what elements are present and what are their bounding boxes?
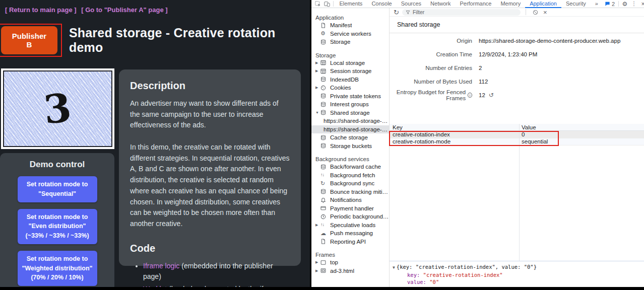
entry-preview-pane: ▼{key: "creative-rotation-index", value:… — [390, 261, 644, 287]
database-icon — [320, 101, 328, 107]
sidebar-item-background-fetch[interactable]: ↑↓Background fetch — [311, 171, 389, 180]
tab-console[interactable]: Console — [367, 0, 396, 8]
sidebar-item-push-messaging[interactable]: ☁Push messaging — [311, 229, 389, 238]
issues-counter[interactable]: 2 — [605, 1, 615, 7]
sidebar-item-background-sync[interactable]: ↻Background sync — [311, 179, 389, 188]
device-toolbar-icon[interactable] — [323, 0, 332, 8]
tab-memory[interactable]: Memory — [496, 0, 525, 8]
left-column: 3 Demo control Set rotation mode to"Sequ… — [0, 68, 115, 287]
sidebar-item-label: Background fetch — [330, 172, 375, 178]
code-link-iframe-logic[interactable]: Iframe logic — [143, 262, 179, 270]
sidebar-item-bounce-tracking-mitiga[interactable]: Bounce tracking mitiga... — [311, 188, 389, 196]
sidebar-item-ad-3-html[interactable]: ▶ad-3.html — [311, 267, 389, 275]
tab-network[interactable]: Network — [426, 0, 455, 8]
tab-elements[interactable]: Elements — [335, 0, 367, 8]
sidebar-item-label: https://shared-storage-d... — [324, 126, 389, 132]
database-icon — [320, 110, 328, 116]
sidebar-item-indexeddb[interactable]: IndexedDB — [311, 76, 389, 84]
creative-number: 3 — [42, 88, 73, 129]
sidebar-item-label: Back/forward cache — [330, 164, 381, 170]
tree-expand-arrow-icon[interactable]: ▶ — [315, 260, 320, 264]
sidebar-item-session-storage[interactable]: ▶Session storage — [311, 67, 389, 76]
sidebar-item-shared-storage[interactable]: ▼Shared storage — [311, 109, 389, 117]
metadata-value: 2 — [479, 65, 644, 71]
preview-property-name: key: — [407, 272, 423, 278]
grid-header-value[interactable]: Value — [519, 124, 644, 130]
close-devtools-icon[interactable]: × — [638, 0, 644, 8]
metadata-value: 112 — [479, 79, 644, 85]
tree-expand-arrow-icon[interactable]: ▶ — [315, 61, 320, 65]
entry-value: 0 — [519, 131, 644, 137]
grid-header-key[interactable]: Key — [390, 124, 519, 130]
sidebar-item-notifications[interactable]: Notifications — [311, 196, 389, 204]
metadata-label-text: Number of Entries — [425, 65, 472, 71]
more-tabs-button[interactable]: » — [591, 0, 603, 8]
tab-performance[interactable]: Performance — [455, 0, 496, 8]
tree-expand-arrow-icon[interactable]: ▼ — [315, 111, 320, 114]
sidebar-item-manifest[interactable]: Manifest — [311, 21, 389, 30]
sidebar-item-label: Background sync — [330, 180, 374, 186]
return-to-main-link[interactable]: [ Return to main page ] — [5, 6, 77, 14]
settings-gear-icon[interactable]: ⚙ — [620, 0, 629, 8]
publisher-a-link[interactable]: [ Go to "Publisher A" page ] — [81, 6, 167, 14]
rotation-mode-button-sequential[interactable]: Set rotation mode to"Sequential" — [18, 176, 97, 202]
more-options-icon[interactable]: ⋮ — [629, 0, 638, 8]
tab-sources[interactable]: Sources — [397, 0, 426, 8]
sidebar-item-cookies[interactable]: ▶Cookies — [311, 84, 389, 92]
storage-entry-row-creative-rotation-mode[interactable]: creative-rotation-modesequential — [390, 138, 644, 146]
shared-storage-metadata: Originhttps://shared-storage-demo-conten… — [390, 33, 644, 124]
sidebar-item-service-workers[interactable]: ⚙Service workers — [311, 30, 389, 38]
delete-selected-icon[interactable]: × — [543, 9, 547, 16]
sidebar-section-title: Application — [311, 13, 389, 21]
rotation-mode-button-weighted-distribution[interactable]: Set rotation mode to"Weighted distributi… — [18, 251, 97, 286]
info-icon[interactable]: i — [468, 93, 472, 98]
sidebar-section-frames: Frames▶top▶ad-3.html — [311, 250, 389, 275]
tree-expand-arrow-icon[interactable]: ▶ — [315, 69, 320, 73]
description-card: Description An advertiser may want to sh… — [119, 69, 301, 266]
preview-entry-value: value: "0" — [393, 278, 640, 285]
sidebar-item-private-state-tokens[interactable]: Private state tokens — [311, 92, 389, 101]
sidebar-item-payment-handler[interactable]: Payment handler — [311, 204, 389, 213]
sidebar-item-https-shared-storage-d[interactable]: https://shared-storage-d... — [311, 117, 389, 125]
refresh-icon[interactable]: ↻ — [394, 9, 399, 16]
publisher-b-button[interactable]: Publisher B — [1, 26, 57, 54]
sidebar-item-interest-groups[interactable]: Interest groups — [311, 100, 389, 109]
reset-budget-icon[interactable]: ↺ — [489, 92, 494, 98]
tree-expand-arrow-icon[interactable]: ▶ — [315, 86, 320, 90]
sidebar-item-speculative-loads[interactable]: ▶↑↓Speculative loads — [311, 221, 389, 230]
sidebar-item-periodic-background-s[interactable]: Periodic background s... — [311, 212, 389, 221]
storage-entry-row-creative-rotation-index[interactable]: creative-rotation-index0 — [390, 131, 644, 138]
code-list-item: Worklet (loaded and executed by the ifra… — [143, 284, 290, 287]
metadata-value: 12/9/2024, 1:23:40 PM — [479, 51, 644, 57]
preview-summary[interactable]: ▼{key: "creative-rotation-index", value:… — [393, 263, 640, 271]
page-nav: [ Return to main page ] [ Go to "Publish… — [0, 0, 310, 14]
rotation-mode-button-even-distribution[interactable]: Set rotation mode to"Even distribution"(… — [18, 209, 97, 244]
tree-expand-arrow-icon[interactable]: ▶ — [315, 269, 320, 273]
clear-all-icon[interactable] — [533, 10, 538, 15]
tab-security[interactable]: Security — [561, 0, 591, 8]
description-paragraph-1: An advertiser may want to show different… — [130, 98, 290, 131]
code-link-worklet[interactable]: Worklet — [143, 285, 167, 287]
fetch-icon: ↑↓ — [320, 222, 328, 228]
tab-application[interactable]: Application — [525, 0, 561, 8]
sidebar-item-label: Speculative loads — [330, 222, 375, 228]
sidebar-item-label: IndexedDB — [330, 77, 359, 83]
metadata-row-origin: Originhttps://shared-storage-demo-conten… — [390, 34, 644, 47]
sidebar-item-https-shared-storage-d[interactable]: https://shared-storage-d... — [311, 125, 389, 134]
code-heading: Code — [130, 241, 290, 256]
bell-icon — [320, 197, 328, 203]
sidebar-item-local-storage[interactable]: ▶Local storage — [311, 59, 389, 67]
application-sidebar: ApplicationManifest⚙Service workersStora… — [311, 8, 390, 287]
tree-expand-arrow-icon[interactable]: ▶ — [315, 223, 320, 227]
sidebar-item-reporting-api[interactable]: Reporting API — [311, 238, 389, 246]
expand-triangle-icon[interactable]: ▼ — [393, 265, 395, 270]
sidebar-item-back-forward-cache[interactable]: Back/forward cache — [311, 163, 389, 171]
inspect-element-icon[interactable] — [313, 0, 323, 8]
sidebar-item-storage-buckets[interactable]: Storage buckets — [311, 142, 389, 151]
sidebar-item-storage[interactable]: Storage — [311, 38, 389, 46]
sidebar-item-top[interactable]: ▶top — [311, 258, 389, 267]
publisher-b-annotation-box: Publisher B — [0, 24, 62, 57]
metadata-label: Entropy Budget for Fenced Framesi — [390, 89, 472, 101]
sidebar-item-cache-storage[interactable]: Cache storage — [311, 133, 389, 142]
filter-input[interactable]: Filter — [402, 9, 521, 16]
